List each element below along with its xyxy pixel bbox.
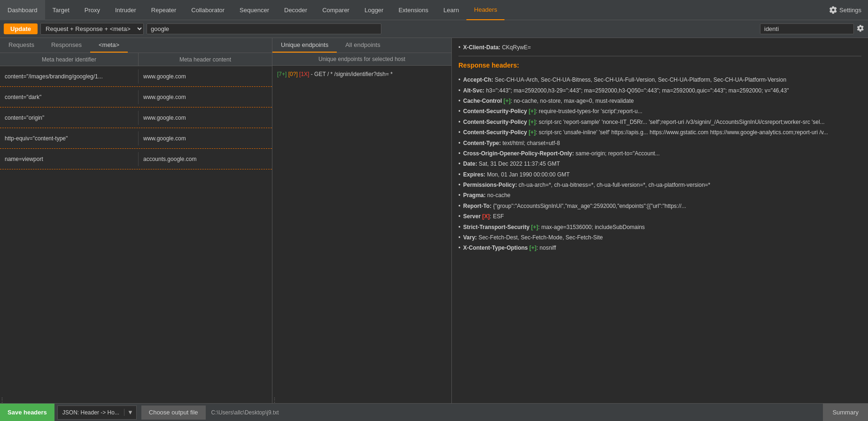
middle-panel: Unique endpoints All endpoints Unique en…	[272, 38, 452, 403]
save-headers-button[interactable]: Save headers	[0, 404, 54, 421]
endpoint-list: [7+] [0?] [1X] - GET / * /signin/identif…	[272, 66, 451, 396]
nav-extensions[interactable]: Extensions	[391, 0, 436, 20]
cell-identifier: http-equiv="content-type"	[0, 131, 139, 145]
nav-dashboard[interactable]: Dashboard	[0, 0, 45, 20]
tab-unique-endpoints[interactable]: Unique endpoints	[272, 38, 337, 53]
cell-identifier: content="origin"	[0, 111, 139, 125]
table-row[interactable]: content="/images/branding/googleg/1... w…	[0, 66, 272, 87]
format-select-wrapper: JSON: Header -> Ho... ▼	[57, 406, 137, 420]
nav-intruder[interactable]: Intruder	[108, 0, 144, 20]
table-row[interactable]: content="origin" www.google.com	[0, 107, 272, 128]
host-input[interactable]	[147, 23, 381, 34]
header-line: X-Content-Type-Options [+]: nosniff	[458, 243, 861, 253]
top-navigation: Dashboard Target Proxy Intruder Repeater…	[0, 0, 868, 20]
horizontal-drag-handle[interactable]: ⋮	[272, 396, 276, 403]
tab-meta[interactable]: <meta>	[90, 38, 128, 53]
header-line: Permissions-Policy: ch-ua-arch=*, ch-ua-…	[458, 180, 861, 190]
tab-responses[interactable]: Responses	[43, 38, 90, 53]
x-client-key: X-Client-Data:	[463, 44, 500, 51]
summary-button[interactable]: Summary	[823, 404, 868, 421]
endpoint-subtitle: Unique endpoints for selected host	[272, 53, 451, 66]
table-row[interactable]: http-equiv="content-type" www.google.com	[0, 128, 272, 149]
table-header: Meta header identifier Meta header conte…	[0, 53, 272, 66]
nav-decoder[interactable]: Decoder	[277, 0, 315, 20]
filter-select[interactable]: Request + Response + <meta>	[40, 23, 144, 35]
left-panel: Requests Responses <meta> Meta header id…	[0, 38, 272, 403]
choose-output-file-button[interactable]: Choose output file	[141, 406, 206, 420]
header-line: Pragma: no-cache	[458, 191, 861, 200]
right-content: X-Client-Data: CKqRywE= Response headers…	[452, 38, 868, 403]
nav-sequencer[interactable]: Sequencer	[232, 0, 277, 20]
nav-target[interactable]: Target	[45, 0, 77, 20]
col-header-content: Meta header content	[139, 53, 272, 66]
col-header-identifier: Meta header identifier	[0, 53, 139, 66]
header-line: Cross-Origin-Opener-Policy-Report-Only: …	[458, 149, 861, 158]
toolbar: Update Request + Response + <meta>	[0, 20, 868, 38]
header-line: Vary: Sec-Fetch-Dest, Sec-Fetch-Mode, Se…	[458, 233, 861, 242]
nav-repeater[interactable]: Repeater	[144, 0, 184, 20]
table-row[interactable]: content="dark" www.google.com	[0, 87, 272, 107]
nav-collaborator[interactable]: Collaborator	[184, 0, 232, 20]
header-line: Content-Security-Policy [+]: script-src …	[458, 128, 861, 137]
response-headers-title: Response headers:	[458, 60, 861, 71]
settings-icon[interactable]: Settings	[822, 0, 868, 20]
cell-content: www.google.com	[139, 90, 272, 104]
bottom-bar: Save headers JSON: Header -> Ho... ▼ Cho…	[0, 403, 868, 421]
endpoint-method: - GET / * /signin/identifier?dsh= *	[311, 71, 393, 77]
header-line: Alt-Svc: h3=":443"; ma=2592000,h3-29=":4…	[458, 86, 861, 95]
badge-green: [7+]	[277, 71, 287, 77]
settings-label: Settings	[839, 7, 861, 14]
right-panel: X-Client-Data: CKqRywE= Response headers…	[452, 38, 868, 403]
x-client-value: CKqRywE=	[502, 44, 531, 51]
header-line: Accept-Ch: Sec-CH-UA-Arch, Sec-CH-UA-Bit…	[458, 75, 861, 84]
format-dropdown-arrow[interactable]: ▼	[124, 409, 136, 416]
header-line: Expires: Mon, 01 Jan 1990 00:00:00 GMT	[458, 170, 861, 179]
cell-content: accounts.google.com	[139, 152, 272, 166]
nav-learn[interactable]: Learn	[436, 0, 466, 20]
cell-identifier: name=viewport	[0, 152, 139, 166]
header-line: Cache-Control [+]: no-cache, no-store, m…	[458, 96, 861, 106]
badge-red: [1X]	[299, 71, 309, 77]
table-row[interactable]: name=viewport accounts.google.com	[0, 149, 272, 169]
filepath-text: C:\Users\allc\Desktop\j9.txt	[208, 409, 283, 416]
cell-identifier: content="dark"	[0, 90, 139, 104]
update-button[interactable]: Update	[4, 23, 38, 34]
response-headers-list: Accept-Ch: Sec-CH-UA-Arch, Sec-CH-UA-Bit…	[458, 75, 861, 253]
cell-content: www.google.com	[139, 111, 272, 125]
header-line: Content-Security-Policy [+]: script-src …	[458, 117, 861, 127]
header-line: Content-Type: text/html; charset=utf-8	[458, 138, 861, 148]
badge-yellow: [0?]	[288, 71, 298, 77]
endpoint-tab-bar: Unique endpoints All endpoints	[272, 38, 451, 53]
search-input[interactable]	[760, 23, 854, 34]
nav-logger[interactable]: Logger	[357, 0, 391, 20]
header-line: Date: Sat, 31 Dec 2022 11:37:45 GMT	[458, 159, 861, 168]
tab-requests[interactable]: Requests	[0, 38, 43, 53]
gear-icon[interactable]	[857, 24, 864, 34]
meta-table: Meta header identifier Meta header conte…	[0, 53, 272, 396]
nav-proxy[interactable]: Proxy	[77, 0, 108, 20]
header-line: Strict-Transport-Security [+]: max-age=3…	[458, 222, 861, 232]
x-client-data-line: X-Client-Data: CKqRywE=	[458, 43, 861, 52]
list-item[interactable]: [7+] [0?] [1X] - GET / * /signin/identif…	[272, 69, 451, 80]
header-line: Server [X]: ESF	[458, 212, 861, 221]
format-text: JSON: Header -> Ho...	[58, 409, 124, 416]
header-line: Report-To: {"group":"AccountsSignInUi","…	[458, 201, 861, 211]
nav-headers[interactable]: Headers	[466, 0, 504, 20]
divider	[458, 56, 861, 56]
left-tab-bar: Requests Responses <meta>	[0, 38, 272, 53]
cell-content: www.google.com	[139, 69, 272, 84]
tab-all-endpoints[interactable]: All endpoints	[337, 38, 388, 53]
main-content: Requests Responses <meta> Meta header id…	[0, 38, 868, 403]
cell-identifier: content="/images/branding/googleg/1...	[0, 69, 139, 84]
nav-comparer[interactable]: Comparer	[315, 0, 357, 20]
vertical-drag-handle[interactable]: ⋮	[0, 396, 4, 403]
header-line: Content-Security-Policy [+]: require-tru…	[458, 107, 861, 116]
cell-content: www.google.com	[139, 131, 272, 145]
